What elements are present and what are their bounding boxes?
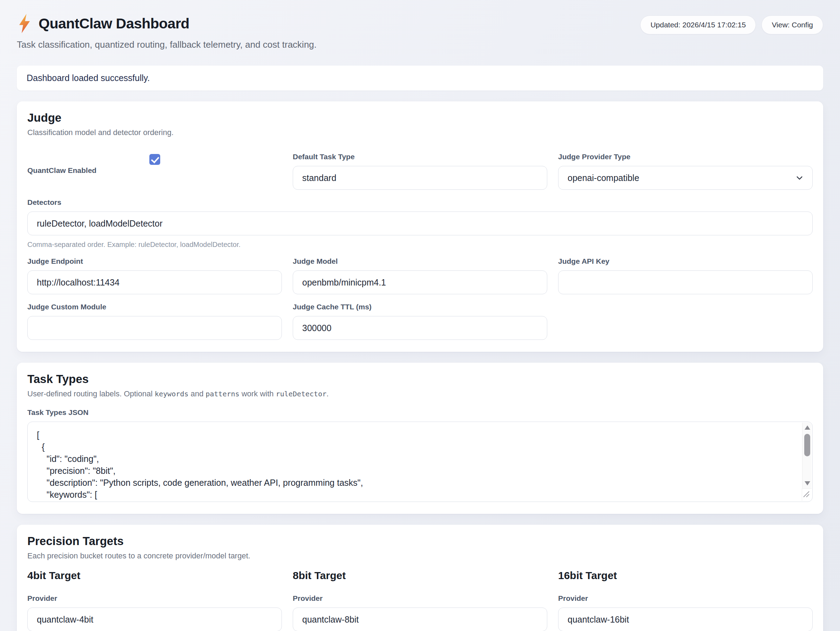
scrollbar-up-icon[interactable] — [805, 425, 810, 430]
target-4bit-provider-input[interactable] — [27, 607, 282, 631]
textarea-scrollbar-corner — [802, 488, 812, 501]
target-8bit-column: 8bit Target Provider — [293, 569, 547, 631]
target-16bit-provider-label: Provider — [558, 594, 813, 603]
detectors-hint: Comma-separated order. Example: ruleDete… — [27, 240, 813, 249]
task-types-json-editor: [ { "id": "coding", "precision": "8bit",… — [27, 422, 813, 502]
judge-custom-module-field: Judge Custom Module — [27, 303, 282, 340]
textarea-scrollbar[interactable] — [802, 423, 812, 488]
resize-grip-icon[interactable] — [802, 490, 810, 499]
precision-targets-subtitle: Each precision bucket routes to a concre… — [27, 551, 813, 560]
judge-cache-ttl-input[interactable] — [293, 316, 547, 340]
view-config-button[interactable]: View: Config — [761, 16, 823, 34]
keywords-code: keywords — [155, 390, 188, 398]
scrollbar-thumb[interactable] — [804, 434, 810, 456]
detectors-label: Detectors — [27, 198, 813, 207]
target-8bit-provider-label: Provider — [293, 594, 547, 603]
default-task-type-input[interactable] — [293, 166, 547, 190]
judge-provider-type-select[interactable]: openai-compatible — [558, 166, 813, 190]
quantclaw-enabled-field: QuantClaw Enabled — [27, 153, 282, 190]
target-4bit-provider-label: Provider — [27, 594, 282, 603]
target-8bit-provider-input[interactable] — [293, 607, 547, 631]
detectors-input[interactable] — [27, 212, 813, 236]
judge-section-subtitle: Classification model and detector orderi… — [27, 128, 813, 137]
judge-model-field: Judge Model — [293, 257, 547, 294]
task-types-subtitle: User-defined routing labels. Optional ke… — [27, 389, 813, 399]
judge-api-key-label: Judge API Key — [558, 257, 813, 266]
target-4bit-heading: 4bit Target — [27, 569, 282, 582]
judge-section-title: Judge — [27, 111, 813, 125]
precision-targets-title: Precision Targets — [27, 535, 813, 548]
header-left: QuantClaw Dashboard Task classification,… — [17, 13, 317, 50]
scrollbar-down-icon[interactable] — [805, 481, 810, 486]
ruledetector-code: ruleDetector — [276, 390, 327, 398]
status-message: Dashboard loaded successfully. — [17, 66, 823, 90]
header-actions: Updated: 2026/4/15 17:02:15 View: Config — [640, 13, 823, 34]
target-16bit-heading: 16bit Target — [558, 569, 813, 582]
target-8bit-heading: 8bit Target — [293, 569, 547, 582]
task-types-section: Task Types User-defined routing labels. … — [17, 363, 823, 514]
judge-custom-module-label: Judge Custom Module — [27, 303, 282, 311]
default-task-type-label: Default Task Type — [293, 153, 547, 161]
lightning-bolt-icon — [17, 13, 32, 34]
judge-model-input[interactable] — [293, 270, 547, 294]
detectors-field: Detectors Comma-separated order. Example… — [27, 198, 813, 249]
task-types-json-textarea[interactable]: [ { "id": "coding", "precision": "8bit",… — [27, 422, 813, 502]
target-16bit-provider-input[interactable] — [558, 607, 813, 631]
judge-endpoint-label: Judge Endpoint — [27, 257, 282, 266]
target-4bit-column: 4bit Target Provider — [27, 569, 282, 631]
precision-targets-section: Precision Targets Each precision bucket … — [17, 525, 823, 631]
quantclaw-enabled-checkbox[interactable] — [149, 154, 160, 165]
page-title: QuantClaw Dashboard — [39, 16, 189, 32]
judge-api-key-input[interactable] — [558, 270, 813, 294]
default-task-type-field: Default Task Type — [293, 153, 547, 190]
judge-provider-type-field: Judge Provider Type openai-compatible — [558, 153, 813, 190]
judge-endpoint-input[interactable] — [27, 270, 282, 294]
page-subtitle: Task classification, quantized routing, … — [17, 39, 317, 50]
judge-section: Judge Classification model and detector … — [17, 101, 823, 352]
judge-custom-module-input[interactable] — [27, 316, 282, 340]
patterns-code: patterns — [205, 390, 239, 398]
task-types-title: Task Types — [27, 373, 813, 386]
page-header: QuantClaw Dashboard Task classification,… — [17, 13, 823, 50]
judge-cache-ttl-field: Judge Cache TTL (ms) — [293, 303, 547, 340]
updated-timestamp-badge[interactable]: Updated: 2026/4/15 17:02:15 — [640, 16, 756, 34]
task-types-json-label: Task Types JSON — [27, 408, 813, 417]
judge-endpoint-field: Judge Endpoint — [27, 257, 282, 294]
judge-api-key-field: Judge API Key — [558, 257, 813, 294]
judge-model-label: Judge Model — [293, 257, 547, 266]
judge-provider-type-label: Judge Provider Type — [558, 153, 813, 161]
quantclaw-enabled-label: QuantClaw Enabled — [27, 166, 282, 175]
judge-cache-ttl-label: Judge Cache TTL (ms) — [293, 303, 547, 311]
target-16bit-column: 16bit Target Provider — [558, 569, 813, 631]
